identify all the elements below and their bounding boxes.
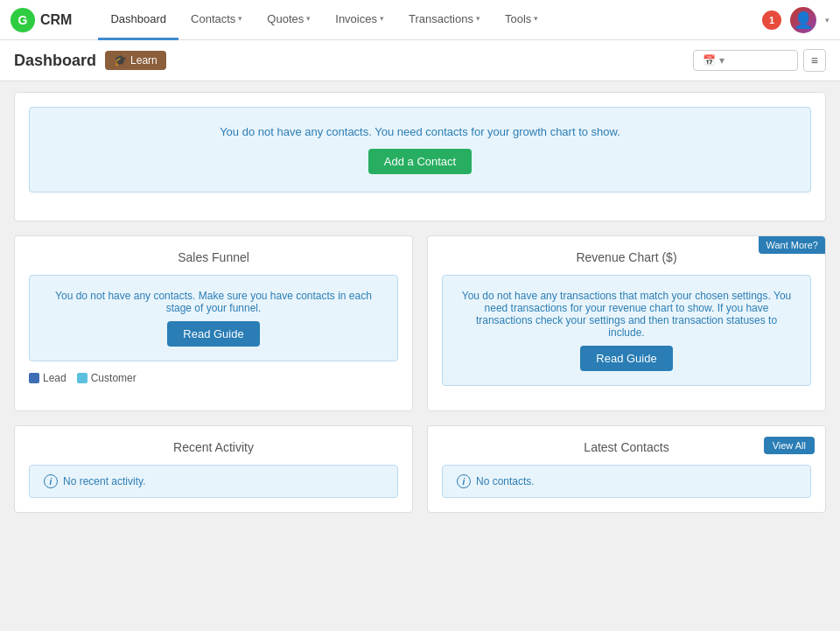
customer-color-dot — [77, 373, 88, 383]
notification-badge[interactable]: 1 — [762, 11, 781, 30]
no-contacts-info-icon: i — [457, 474, 471, 488]
no-activity-message: No recent activity. — [63, 475, 145, 487]
avatar[interactable]: 👤 — [790, 7, 816, 33]
sales-funnel-read-guide-button[interactable]: Read Guide — [167, 321, 259, 347]
sales-funnel-widget: Sales Funnel You do not have any contact… — [14, 235, 413, 411]
quotes-dropdown-icon: ▾ — [306, 14, 311, 23]
navbar: G CRM Dashboard Contacts ▾ Quotes ▾ Invo… — [0, 0, 840, 40]
learn-icon: 🎓 — [114, 54, 127, 67]
middle-grid: Sales Funnel You do not have any contact… — [14, 235, 826, 411]
contacts-dropdown-icon: ▾ — [238, 14, 242, 23]
latest-contacts-widget: Latest Contacts View All i No contacts. — [427, 425, 826, 513]
revenue-chart-message: You do not have any transactions that ma… — [442, 275, 811, 386]
legend-customer: Customer — [77, 372, 136, 384]
page-title: Dashboard — [14, 52, 96, 70]
growth-chart-banner: You do not have any contacts. You need c… — [29, 107, 811, 193]
date-picker-button[interactable]: 📅 ▾ — [693, 50, 798, 71]
no-activity-info-icon: i — [44, 474, 58, 488]
want-more-button[interactable]: Want More? — [759, 236, 825, 254]
date-picker-caret: ▾ — [719, 54, 724, 67]
invoices-dropdown-icon: ▾ — [380, 14, 384, 23]
recent-activity-widget: Recent Activity i No recent activity. — [14, 425, 413, 513]
view-all-button[interactable]: View All — [764, 437, 815, 454]
nav-right: 1 👤 ▾ — [762, 7, 830, 33]
avatar-dropdown-icon[interactable]: ▾ — [825, 16, 830, 25]
transactions-dropdown-icon: ▾ — [476, 14, 480, 23]
nav-item-tools[interactable]: Tools ▾ — [493, 0, 550, 40]
brand-icon: G — [10, 8, 35, 32]
nav-item-quotes[interactable]: Quotes ▾ — [255, 0, 323, 40]
sales-funnel-title: Sales Funnel — [29, 250, 398, 264]
growth-chart-message: You do not have any contacts. You need c… — [47, 125, 793, 138]
sales-funnel-legend: Lead Customer — [29, 372, 398, 384]
recent-activity-title: Recent Activity — [29, 440, 398, 454]
growth-chart-card: You do not have any contacts. You need c… — [14, 92, 826, 221]
tools-dropdown-icon: ▾ — [534, 14, 538, 23]
brand-name: CRM — [40, 12, 72, 28]
add-contact-button[interactable]: Add a Contact — [368, 149, 472, 174]
revenue-chart-read-guide-button[interactable]: Read Guide — [580, 346, 672, 371]
no-contacts-box: i No contacts. — [442, 465, 811, 498]
calendar-icon: 📅 — [703, 54, 716, 67]
main-content: You do not have any contacts. You need c… — [0, 81, 840, 523]
latest-contacts-title: Latest Contacts — [442, 440, 811, 454]
no-activity-box: i No recent activity. — [29, 465, 398, 498]
nav-links: Dashboard Contacts ▾ Quotes ▾ Invoices ▾… — [98, 0, 762, 40]
no-contacts-message: No contacts. — [476, 475, 535, 487]
page-header: Dashboard 🎓 Learn 📅 ▾ ≡ — [0, 40, 840, 81]
revenue-chart-widget: Want More? Revenue Chart ($) You do not … — [427, 235, 826, 411]
sales-funnel-message: You do not have any contacts. Make sure … — [29, 275, 398, 361]
page-header-left: Dashboard 🎓 Learn — [14, 51, 166, 70]
nav-item-dashboard[interactable]: Dashboard — [98, 0, 178, 40]
nav-item-invoices[interactable]: Invoices ▾ — [323, 0, 396, 40]
brand-logo[interactable]: G CRM — [10, 8, 72, 32]
legend-lead: Lead — [29, 372, 66, 384]
revenue-chart-title: Revenue Chart ($) — [442, 250, 811, 264]
bottom-grid: Recent Activity i No recent activity. La… — [14, 425, 826, 513]
nav-item-contacts[interactable]: Contacts ▾ — [178, 0, 255, 40]
learn-button[interactable]: 🎓 Learn — [105, 51, 166, 70]
page-header-right: 📅 ▾ ≡ — [693, 49, 826, 72]
lead-color-dot — [29, 373, 39, 383]
nav-item-transactions[interactable]: Transactions ▾ — [396, 0, 493, 40]
layout-button[interactable]: ≡ — [803, 49, 826, 72]
